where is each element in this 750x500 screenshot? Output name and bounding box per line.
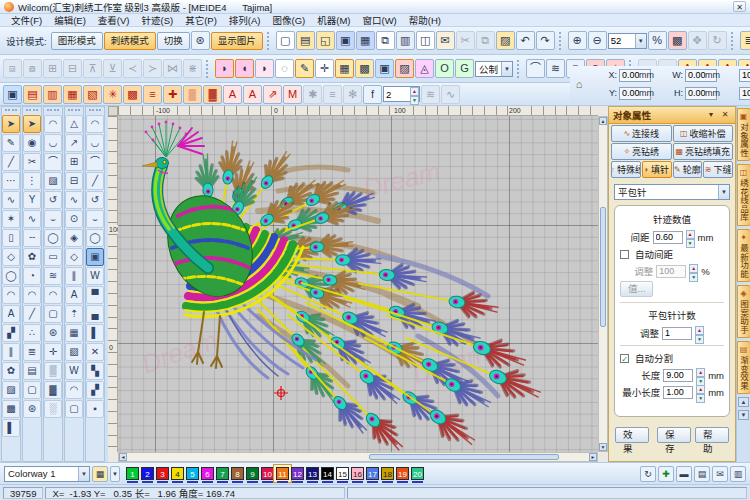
branching-tool[interactable]: Y [23,191,41,209]
document-tool[interactable]: ▢ [23,381,41,399]
vertical-scrollbar[interactable]: ▲ ▼ [598,116,608,452]
canvas-area[interactable]: -1000100200 1000 DreamDreamDream [108,106,608,462]
globe-icon[interactable]: ⊛ [191,31,210,50]
new-template-icon[interactable]: ▤ [296,31,315,50]
tab-下缝[interactable]: ≋下缝 [703,161,733,178]
node-edit-tool[interactable]: ◉ [23,134,41,152]
buttonhole-tool[interactable]: ∥ [2,343,20,361]
needle-stitch-icon[interactable]: ✛ [315,59,334,78]
satin-red-tool[interactable]: ≋ [44,267,62,285]
dome-shape-tool[interactable]: ◡ [44,134,62,152]
bitmap-tool-icon[interactable]: ▣ [3,85,22,104]
palette-icon[interactable]: ▦ [92,466,108,482]
fancy-a1-icon[interactable]: A [223,85,242,104]
save-all-icon[interactable]: ▦ [356,31,375,50]
color-swatch-14[interactable]: 14 [321,467,334,480]
zoom-level-combo[interactable]: ▼ [608,33,647,49]
tab-填针[interactable]: ◗填针 [642,161,672,178]
slash-tool[interactable]: ╱ [86,172,104,190]
applique-icon[interactable]: ◬ [415,59,434,78]
auto-split-checkbox[interactable]: ✓ [620,354,629,363]
tab-轮廓[interactable]: ✎轮廓 [673,161,703,178]
contour-stitch-icon[interactable]: ◗ [255,59,274,78]
docker-tab-最新功能[interactable]: ✦最新功能 [737,229,750,282]
fancy-a2-icon[interactable]: A [243,85,262,104]
scale-y-input[interactable] [739,87,750,100]
auto-spacing-checkbox[interactable] [620,250,629,259]
edit-pick-tool[interactable]: ✎ [2,134,20,152]
color-swatch-18[interactable]: 18 [381,467,394,480]
stitch-type-combo[interactable]: 平包针 ▼ [614,184,730,200]
show-bitmap-icon[interactable]: ▩ [668,31,687,50]
color-swatch-2[interactable]: 2 [141,467,154,480]
texture3-tool[interactable]: ░ [44,400,62,418]
hatch-fill-tool[interactable]: ▨ [2,381,20,399]
mail-colorway-icon[interactable]: ✉ [712,466,728,482]
mesh-a-tool[interactable]: ▦ [65,324,83,342]
menu-file[interactable]: 文件(F) [6,14,47,27]
underlay2-icon[interactable]: ▥ [43,85,62,104]
satin-stitch-icon[interactable]: ◗ [215,59,234,78]
underlay4-icon[interactable]: ▧ [83,85,102,104]
horizontal-scrollbar[interactable]: ◄ ► [118,452,598,462]
half-c-tool[interactable]: ▌ [86,324,104,342]
arch2-tool[interactable]: ◠ [86,115,104,133]
scroll-down-icon[interactable]: ▼ [599,443,607,451]
color-swatch-17[interactable]: 17 [366,467,379,480]
dash-outline-tool[interactable]: ╌ [23,229,41,247]
tab-特殊绣[interactable]: ☆特殊绣 [611,161,641,178]
color-swatch-20[interactable]: 20 [411,467,424,480]
metric-combo[interactable]: 公制▼ [475,61,513,77]
menu-stitch[interactable]: 针迹(S) [136,14,178,27]
selected-blue-tool[interactable]: ▣ [86,248,104,266]
arc3-tool[interactable]: ◠ [65,381,83,399]
scale-x-input[interactable] [739,69,750,82]
new-icon[interactable]: ▢ [276,31,295,50]
f-function-icon[interactable]: f [363,85,382,104]
combo-arrow-icon[interactable]: ▼ [635,34,646,48]
close-panel-icon[interactable]: ✕ [719,109,731,121]
color-swatch-3[interactable]: 3 [156,467,169,480]
tab-收缩补偿[interactable]: ◫收缩补偿 [673,125,734,142]
x-tool[interactable]: ✕ [86,343,104,361]
horizontal-scroll-thumb[interactable] [369,454,559,460]
underlay10-icon[interactable]: ▓ [203,85,222,104]
bridge-shape-tool[interactable]: ⌣ [44,210,62,228]
repeat-count-input[interactable] [384,87,410,101]
c-red-tool[interactable]: ↺ [86,191,104,209]
blank-tool[interactable]: ▢ [65,400,83,418]
color-swatch-11[interactable]: 11 [276,467,289,480]
tab-连接线[interactable]: ∿连接线 [611,125,672,142]
dot-tool[interactable]: ▪ [86,400,104,418]
zoom-percent-icon[interactable]: % [648,31,667,50]
cycle-colors-icon[interactable]: ↻ [640,466,656,482]
print-colorway-icon[interactable]: ▤ [694,466,710,482]
docker-tab-绣花线品库[interactable]: ◫绣花线品库 [737,164,750,226]
graphics-mode-button[interactable]: 图形模式 [51,32,103,50]
arrow-ne-tool[interactable]: ↗ [65,134,83,152]
block-digitize-tool[interactable]: ▌ [2,419,20,437]
fusion-icon[interactable]: ≋ [546,59,565,78]
menu-view[interactable]: 查看(V) [93,14,135,27]
grid-fill-icon[interactable]: ▦ [335,59,354,78]
add-color-icon[interactable]: ✚ [658,466,674,482]
a-red-tool[interactable]: A [65,286,83,304]
circle-g-icon[interactable]: G [455,59,474,78]
color-swatch-15[interactable]: 15 [336,467,349,480]
overview-window-icon[interactable]: ≣ [740,31,750,50]
tex-a-tool[interactable]: ▚ [86,362,104,380]
aspect-lock-icon[interactable]: ⌂ [573,78,585,90]
penetration-tool[interactable]: ⋮ [23,172,41,190]
color-swatch-4[interactable]: 4 [171,467,184,480]
run-stitch-tool[interactable]: ⋯ [2,172,20,190]
points-tool[interactable]: ∴ [23,324,41,342]
underlay1-icon[interactable]: ▤ [23,85,42,104]
colorway-combo[interactable]: Colorway 1 ▼ [4,466,90,482]
run-stitch-icon[interactable]: ◌ [275,59,294,78]
pin-point-tool[interactable]: ⊙ [65,210,83,228]
undo-icon[interactable]: ↶ [516,31,535,50]
pattern-fill-icon[interactable]: ▩ [355,59,374,78]
underlay6-icon[interactable]: ▩ [123,85,142,104]
flower-tool[interactable]: ✿ [23,248,41,266]
stitch-edit-tool[interactable]: ✂ [23,153,41,171]
